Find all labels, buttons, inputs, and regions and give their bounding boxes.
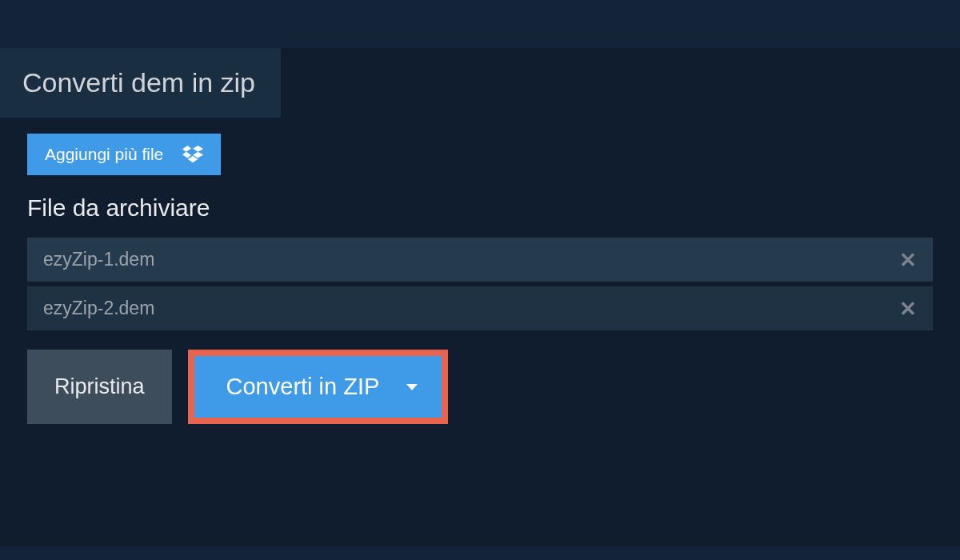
section-title: File da archiviare [27, 194, 933, 222]
close-icon[interactable]: ✕ [899, 298, 917, 319]
dropbox-icon [182, 146, 203, 163]
content-area: Aggiungi più file File da archiviare ezy… [0, 118, 960, 440]
convert-button-highlight: Converti in ZIP [188, 350, 449, 424]
file-row: ezyZip-2.dem ✕ [27, 286, 933, 330]
tab-title: Converti dem in zip [22, 67, 255, 98]
button-row: Ripristina Converti in ZIP [27, 350, 933, 424]
bottom-bar [0, 546, 960, 560]
convert-label: Converti in ZIP [226, 374, 380, 400]
add-files-label: Aggiungi più file [45, 145, 163, 164]
close-icon[interactable]: ✕ [899, 250, 917, 270]
add-files-button[interactable]: Aggiungi più file [27, 134, 221, 175]
file-row: ezyZip-1.dem ✕ [27, 238, 933, 282]
tab-container: Converti dem in zip [0, 48, 960, 118]
file-name: ezyZip-1.dem [43, 249, 154, 270]
reset-label: Ripristina [54, 374, 145, 398]
tab-convert[interactable]: Converti dem in zip [0, 48, 281, 118]
caret-down-icon [406, 384, 418, 390]
reset-button[interactable]: Ripristina [27, 350, 172, 424]
top-bar [0, 0, 960, 48]
convert-button[interactable]: Converti in ZIP [194, 356, 442, 418]
file-name: ezyZip-2.dem [43, 298, 154, 319]
file-list: ezyZip-1.dem ✕ ezyZip-2.dem ✕ [27, 238, 933, 330]
